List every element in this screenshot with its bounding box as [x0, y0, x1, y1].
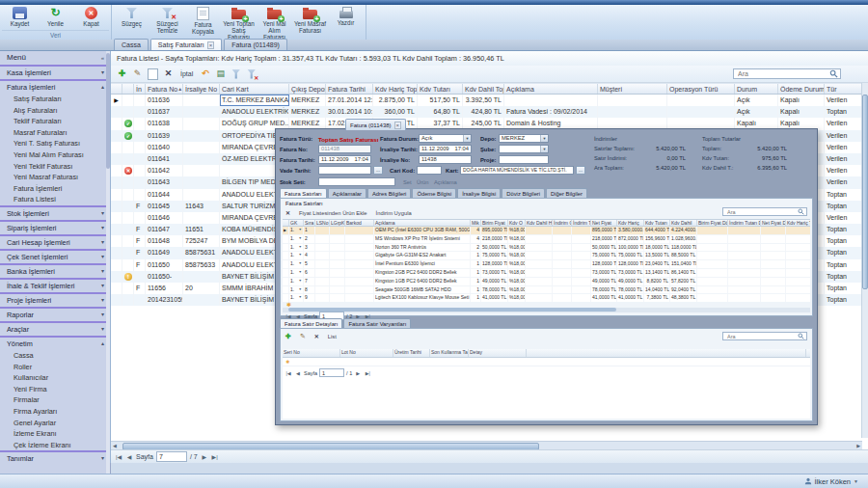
sidebar-item-i-zleme-ekran[interactable]: İzleme Ekranı	[0, 428, 110, 440]
line-cell-lgrpk[interactable]	[330, 252, 345, 259]
doc-tab-fatura-011489[interactable]: Fatura (011489)	[224, 39, 287, 50]
cell-fatura_no[interactable]: 011642	[146, 165, 183, 176]
invoice-line-row-7[interactable]: 1.▼7Kingston 1GB PC2 6400 DDR2 Bellek149…	[283, 278, 810, 286]
invoice-line-row-3[interactable]: 1.▼3Norton 360 TR Antivirüs250,0000 TL%1…	[283, 244, 810, 253]
cell-irsaliye_no[interactable]	[183, 176, 220, 188]
user-menu-arrow-icon[interactable]: ▼	[854, 478, 858, 484]
sube-select[interactable]	[499, 145, 549, 153]
sidebar-item-yeni-masraf-faturas[interactable]: Yeni Masraf Faturası	[0, 172, 110, 183]
vertical-scrollbar-thumb[interactable]	[862, 95, 868, 289]
edit-row-icon[interactable]: ✎	[132, 68, 143, 79]
line-column-header-barkod[interactable]: Barkod	[345, 220, 374, 226]
tab-close-icon[interactable]: ×	[207, 41, 215, 49]
line-cell-aciklama[interactable]: Norton 360 TR Antivirüs	[374, 244, 471, 252]
ribbon-button-yeni-masraf-faturas[interactable]: Yeni Masraf Faturası	[292, 6, 328, 41]
sidebar-section-header-sipari-i-lemleri[interactable]: Sipariş İşlemleri▾	[0, 222, 110, 234]
line-cell-aciklama[interactable]: Gigabyte GA-G31M-ES2 Anakart	[374, 252, 471, 259]
line-cell-indo[interactable]	[553, 227, 572, 234]
fatura-durum-select[interactable]: Açık	[419, 134, 472, 143]
chevron-up-icon[interactable]: ▴	[101, 81, 104, 94]
apply-discount-button[interactable]: İndirim Uygula	[376, 210, 412, 216]
dropdown-arrow-icon[interactable]: ▼	[299, 269, 302, 277]
line-column-header-ind[interactable]	[283, 220, 289, 226]
line-cell-dahil[interactable]: 1.028,9600...	[670, 235, 697, 243]
line-column-header-khd[interactable]: Kdv Hariç Tutar D	[786, 220, 810, 226]
line-column-header-mik[interactable]: Mik	[471, 220, 481, 226]
sidebar-item-roller[interactable]: Roller	[0, 362, 110, 373]
chevron-down-icon[interactable]: ▾	[101, 452, 104, 465]
grid-search-box[interactable]	[733, 68, 841, 79]
cell-fatura_no[interactable]: 011640	[146, 142, 183, 153]
ribbon-button-yeni-toptan-sat-faturas[interactable]: Yeni Toptan Satış Faturası	[221, 6, 257, 41]
line-cell-itd[interactable]	[728, 269, 761, 277]
add-detail-icon[interactable]: ✚	[285, 333, 291, 340]
line-column-header-lsno[interactable]: LSNo	[315, 220, 330, 226]
cell-ind[interactable]	[111, 165, 122, 176]
line-cell-khd[interactable]	[786, 252, 810, 259]
line-cell-net[interactable]: 895,0000 TL	[591, 227, 617, 234]
cell-irsaliye_no[interactable]: 11651	[183, 224, 220, 235]
export-icon[interactable]: ▤	[215, 68, 226, 79]
detail-column-header-uretim[interactable]: Üretim Tarihi	[393, 349, 430, 357]
cell-irsaliye_no[interactable]	[183, 165, 220, 176]
line-cell-kdvdh[interactable]	[526, 278, 553, 285]
cell-cari[interactable]: T.C. MERKEZ BANKASI...	[220, 95, 289, 106]
cell-tur[interactable]: Verilen	[825, 212, 866, 224]
column-header-tarih[interactable]: Fatura Tarihi	[326, 84, 373, 94]
sidebar-item-teklif-faturalar[interactable]: Teklif Faturaları	[0, 116, 110, 127]
sidebar-section-header-proje-i-lemleri[interactable]: Proje İşlemleri▾	[0, 294, 110, 307]
cell-ind[interactable]	[111, 235, 122, 247]
line-cell-indt[interactable]	[572, 252, 591, 259]
line-cell-ind[interactable]	[283, 278, 289, 285]
line-cell-kdvdh[interactable]	[526, 294, 553, 302]
cell-tur[interactable]: Toptan	[825, 201, 866, 212]
line-cell-bfd[interactable]	[697, 286, 728, 294]
line-cell-dahil[interactable]: 48,3800 TL	[670, 294, 697, 302]
line-cell-kdvdh[interactable]	[526, 227, 553, 234]
cell-musteri[interactable]	[598, 95, 667, 106]
sidebar-item-sat-faturalar[interactable]: Satış Faturaları	[0, 94, 110, 105]
search-icon[interactable]	[798, 333, 804, 339]
line-cell-khd[interactable]	[786, 269, 810, 277]
cell-irsaliye_no[interactable]	[183, 153, 220, 165]
line-cell-kdvdh[interactable]	[526, 235, 553, 243]
cell-inf[interactable]: F	[134, 235, 146, 247]
cell-ind[interactable]: ▶	[111, 95, 122, 106]
vade-tarihi-input[interactable]	[318, 166, 371, 175]
line-cell-birim[interactable]: 73,0000 TL	[481, 269, 508, 277]
line-cell-indt[interactable]	[572, 260, 591, 268]
line-cell-dahil[interactable]: 57,8200 TL	[670, 278, 697, 285]
cell-durum[interactable]: Açık	[735, 106, 778, 118]
cell-inf[interactable]	[134, 153, 146, 165]
line-cell-itd[interactable]	[728, 278, 761, 285]
chevron-down-icon[interactable]: ▾	[101, 67, 104, 79]
line-cell-barkod[interactable]	[345, 252, 374, 259]
line-cell-lsno[interactable]	[315, 252, 330, 259]
dropdown-arrow-icon[interactable]: ▼	[299, 278, 302, 285]
line-cell-kdvt[interactable]: 8,8200 TL	[644, 278, 670, 285]
doc-tab-cassa[interactable]: Cassa	[114, 39, 149, 50]
invoice-line-row-9[interactable]: 1.▼9Lgitech EX100 Kablosuz Klavye Mouse …	[283, 294, 810, 302]
sidebar-item-yeni-mal-al-m-faturas[interactable]: Yeni Mal Alım Faturası	[0, 149, 110, 161]
cell-aciklama[interactable]	[504, 95, 598, 106]
vertical-scrollbar[interactable]	[861, 83, 868, 438]
line-cell-lsno[interactable]	[315, 294, 330, 302]
line-cell-barkod[interactable]	[345, 269, 374, 277]
cell-fatura_no[interactable]: 011650	[146, 259, 183, 271]
line-cell-kdvo[interactable]: %18,00	[508, 294, 526, 302]
pager-prev-icon[interactable]: ◀	[294, 370, 302, 376]
chevron-down-icon[interactable]: ▾	[101, 251, 104, 263]
line-cell-sira[interactable]: 3	[304, 244, 315, 252]
cell-fatura_no[interactable]: 011649	[146, 247, 183, 258]
line-cell-mik[interactable]: 1	[471, 278, 481, 285]
cell-inf[interactable]	[134, 130, 146, 142]
sidebar-section-header-stok-i-lemleri[interactable]: Stok İşlemleri▾	[0, 207, 110, 220]
line-cell-lsno[interactable]	[315, 244, 330, 252]
chevron-down-icon[interactable]: ▾	[101, 309, 104, 321]
column-header-musteri[interactable]: Müşteri	[598, 84, 667, 94]
invoice-row-011636[interactable]: ▶011636T.C. MERKEZ BANKASI...MERKEZ▼27.0…	[111, 95, 868, 106]
line-cell-kdvo[interactable]: %18,00	[508, 269, 526, 277]
lines-search-box[interactable]	[722, 207, 807, 216]
proje-input[interactable]	[499, 155, 549, 164]
cell-ind[interactable]	[111, 294, 122, 306]
